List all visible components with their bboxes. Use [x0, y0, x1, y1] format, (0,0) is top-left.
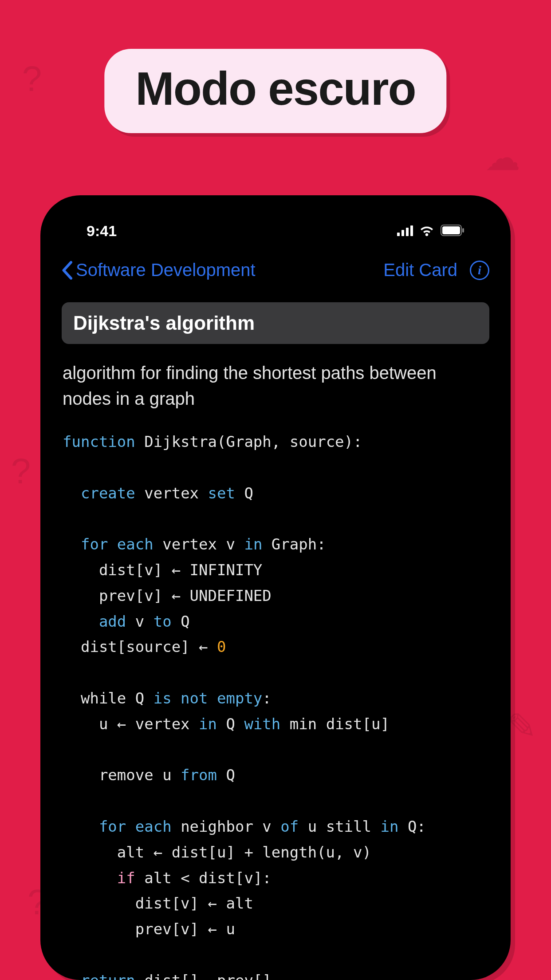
card-title-bar[interactable]: Dijkstra's algorithm: [62, 302, 489, 344]
status-bar: 9:41: [60, 217, 491, 244]
back-label: Software Development: [76, 260, 256, 280]
edit-card-button[interactable]: Edit Card: [383, 260, 457, 280]
battery-icon: [441, 222, 464, 240]
chevron-left-icon: [62, 261, 72, 280]
code-block: function Dijkstra(Graph, source): create…: [60, 429, 491, 980]
headline-text: Modo escuro: [135, 62, 415, 115]
headline-pill: Modo escuro: [104, 49, 446, 133]
info-icon[interactable]: i: [470, 261, 489, 280]
svg-rect-0: [397, 233, 400, 236]
svg-rect-1: [401, 230, 404, 236]
wifi-icon: [419, 222, 434, 240]
cellular-icon: [397, 222, 413, 240]
card-title-text: Dijkstra's algorithm: [73, 312, 255, 334]
svg-rect-3: [410, 225, 413, 236]
svg-rect-2: [406, 228, 409, 236]
nav-bar: Software Development Edit Card i: [60, 260, 491, 280]
status-time: 9:41: [87, 222, 117, 240]
back-button[interactable]: Software Development: [62, 260, 256, 280]
phone-frame: 9:41 Software Development Edit Card i Di…: [40, 195, 511, 980]
svg-rect-6: [462, 228, 464, 233]
card-description: algorithm for finding the shortest paths…: [60, 360, 491, 411]
svg-rect-5: [442, 226, 460, 234]
